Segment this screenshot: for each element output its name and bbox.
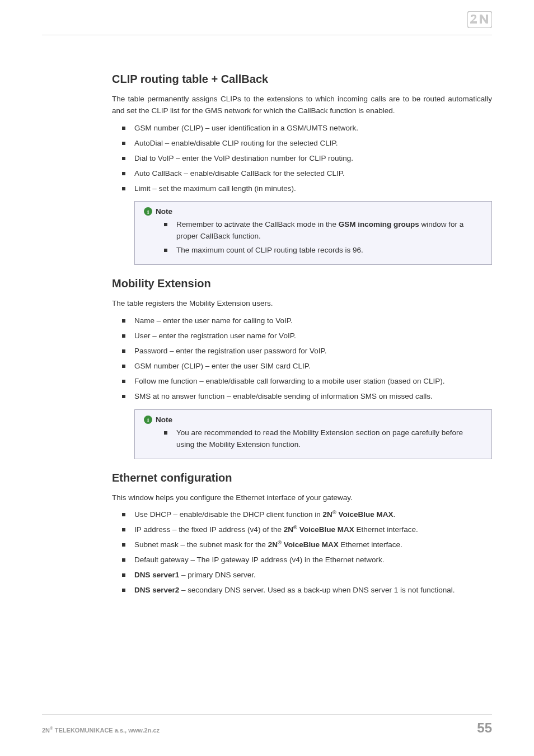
- list-item: IP address – the fixed IP address (v4) o…: [134, 524, 492, 536]
- list-item: Limit – set the maximum call length (in …: [134, 183, 492, 195]
- header-divider: [42, 35, 492, 35]
- list-item: Name – enter the user name for calling t…: [134, 315, 492, 327]
- mobility-list: Name – enter the user name for calling t…: [112, 315, 492, 403]
- heading-clip: CLIP routing table + CallBack: [112, 73, 492, 86]
- brand-logo: [467, 11, 492, 28]
- list-item: AutoDial – enable/disable CLIP routing f…: [134, 138, 492, 150]
- list-item: DNS server1 – primary DNS server.: [134, 570, 492, 581]
- note-label: Note: [156, 207, 172, 216]
- list-item: Default gateway – The IP gateway IP addr…: [134, 554, 492, 566]
- note-box-clip: i Note Remember to activate the CallBack…: [134, 201, 492, 265]
- info-icon: i: [144, 416, 152, 424]
- footer-company: 2N® TELEKOMUNIKACE a.s., www.2n.cz: [42, 727, 160, 734]
- ethernet-list: Use DHCP – enable/disable the DHCP clien…: [112, 509, 492, 596]
- list-item: Subnet mask – the subnet mask for the 2N…: [134, 539, 492, 551]
- page-number: 55: [477, 720, 492, 736]
- list-item: User – enter the registration user name …: [134, 330, 492, 342]
- list-item: Dial to VoIP – enter the VoIP destinatio…: [134, 153, 492, 165]
- info-icon: i: [144, 207, 152, 216]
- list-item: Follow me function – enable/disable call…: [134, 376, 492, 388]
- list-item: GSM number (CLIP) – user identification …: [134, 123, 492, 134]
- ethernet-intro: This window helps you configure the Ethe…: [112, 492, 492, 504]
- note-item: The maximum count of CLIP routing table …: [176, 245, 483, 256]
- page-footer: 2N® TELEKOMUNIKACE a.s., www.2n.cz 55: [42, 714, 492, 736]
- clip-intro: The table permanently assigns CLIPs to t…: [112, 94, 492, 117]
- heading-mobility: Mobility Extension: [112, 277, 492, 290]
- note-item: Remember to activate the CallBack mode i…: [176, 219, 483, 242]
- mobility-intro: The table registers the Mobility Extensi…: [112, 298, 492, 310]
- note-label: Note: [156, 416, 172, 424]
- list-item: Use DHCP – enable/disable the DHCP clien…: [134, 509, 492, 521]
- list-item: SMS at no answer function – enable/disab…: [134, 391, 492, 403]
- note-item: You are recommended to read the Mobility…: [176, 427, 483, 451]
- list-item: Password – enter the registration user p…: [134, 346, 492, 357]
- heading-ethernet: Ethernet configuration: [112, 472, 492, 484]
- clip-list: GSM number (CLIP) – user identification …: [112, 123, 492, 195]
- list-item: DNS server2 – secondary DNS server. Used…: [134, 585, 492, 596]
- list-item: Auto CallBack – enable/disable CallBack …: [134, 168, 492, 180]
- list-item: GSM number (CLIP) – enter the user SIM c…: [134, 361, 492, 372]
- note-box-mobility: i Note You are recommended to read the M…: [134, 409, 492, 459]
- footer-divider: [42, 714, 492, 715]
